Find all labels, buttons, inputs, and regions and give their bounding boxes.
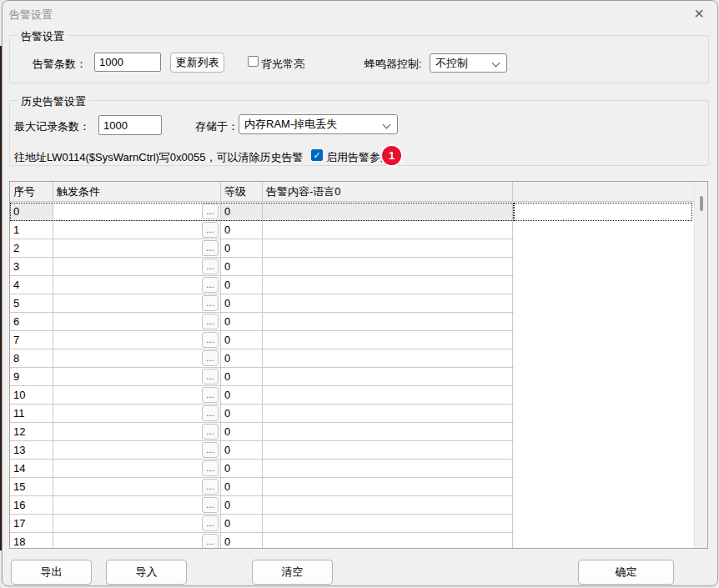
- cell-seq[interactable]: 12: [10, 423, 53, 440]
- cell-trigger[interactable]: …: [53, 405, 221, 422]
- cell-seq[interactable]: 9: [10, 368, 53, 385]
- cell-seq[interactable]: 6: [10, 313, 53, 330]
- cell-trigger[interactable]: …: [53, 423, 221, 440]
- trigger-edit-button[interactable]: …: [202, 460, 219, 476]
- cell-trigger[interactable]: …: [53, 478, 221, 495]
- cell-seq[interactable]: 16: [10, 496, 53, 514]
- cell-content[interactable]: [263, 478, 513, 495]
- cell-trigger[interactable]: …: [53, 515, 221, 532]
- close-icon[interactable]: ×: [687, 3, 711, 24]
- cell-trigger[interactable]: …: [53, 441, 221, 459]
- cell-seq[interactable]: 3: [10, 258, 53, 275]
- trigger-edit-button[interactable]: …: [202, 204, 219, 219]
- cell-trigger[interactable]: …: [53, 386, 221, 404]
- update-list-button[interactable]: 更新列表: [170, 53, 224, 73]
- alarm-count-input[interactable]: [94, 53, 161, 72]
- cell-content[interactable]: [263, 203, 513, 220]
- cell-seq[interactable]: 14: [10, 460, 53, 477]
- cell-content[interactable]: [263, 533, 513, 548]
- cell-seq[interactable]: 10: [10, 386, 53, 404]
- cell-seq[interactable]: 18: [10, 533, 53, 548]
- table-row[interactable]: 4…0: [10, 276, 514, 294]
- enable-alarm-params-checkbox[interactable]: ✓: [311, 149, 323, 161]
- cell-level[interactable]: 0: [221, 221, 263, 239]
- cell-level[interactable]: 0: [221, 203, 263, 220]
- cell-trigger[interactable]: …: [53, 368, 221, 385]
- cell-content[interactable]: [263, 221, 513, 239]
- cell-trigger[interactable]: …: [53, 239, 221, 257]
- trigger-edit-button[interactable]: …: [202, 387, 219, 403]
- max-records-input[interactable]: [98, 115, 162, 135]
- cell-trigger[interactable]: …: [53, 313, 221, 330]
- trigger-edit-button[interactable]: …: [202, 405, 219, 421]
- cell-seq[interactable]: 4: [10, 276, 53, 294]
- table-row[interactable]: 12…0: [10, 423, 514, 441]
- cell-level[interactable]: 0: [221, 478, 263, 495]
- cell-content[interactable]: [263, 496, 513, 514]
- cell-seq[interactable]: 7: [10, 331, 53, 349]
- buzzer-select[interactable]: 不控制: [430, 53, 507, 73]
- vertical-scrollbar[interactable]: [694, 182, 707, 548]
- cell-level[interactable]: 0: [221, 276, 263, 294]
- table-row[interactable]: 0…0: [10, 203, 514, 221]
- cell-seq[interactable]: 11: [10, 405, 53, 422]
- scrollbar-thumb[interactable]: [700, 196, 703, 211]
- table-row[interactable]: 18…0: [10, 533, 514, 548]
- cell-trigger[interactable]: …: [53, 496, 221, 514]
- cell-content[interactable]: [263, 313, 513, 330]
- trigger-edit-button[interactable]: …: [202, 497, 219, 513]
- column-header-1[interactable]: 序号: [10, 182, 53, 201]
- cell-level[interactable]: 0: [221, 423, 263, 440]
- cell-trigger[interactable]: …: [53, 533, 221, 548]
- cell-level[interactable]: 0: [221, 515, 263, 532]
- cell-level[interactable]: 0: [221, 331, 263, 349]
- table-row[interactable]: 14…0: [10, 460, 514, 478]
- table-row[interactable]: 1…0: [10, 221, 514, 239]
- cell-content[interactable]: [263, 405, 513, 422]
- cell-trigger[interactable]: …: [53, 349, 221, 367]
- cell-content[interactable]: [263, 294, 513, 312]
- trigger-edit-button[interactable]: …: [202, 295, 219, 311]
- backlight-label[interactable]: 背光常亮: [261, 57, 304, 72]
- trigger-edit-button[interactable]: …: [202, 277, 219, 293]
- cell-content[interactable]: [263, 423, 513, 440]
- table-row[interactable]: 7…0: [10, 331, 514, 349]
- cell-content[interactable]: [263, 386, 513, 404]
- trigger-edit-button[interactable]: …: [202, 369, 219, 384]
- table-row[interactable]: 2…0: [10, 239, 514, 258]
- trigger-edit-button[interactable]: …: [202, 424, 219, 440]
- cell-seq[interactable]: 8: [10, 349, 53, 367]
- trigger-edit-button[interactable]: …: [202, 240, 219, 256]
- cell-content[interactable]: [263, 460, 513, 477]
- clear-button[interactable]: 清空: [252, 560, 333, 585]
- cell-trigger[interactable]: …: [53, 294, 221, 312]
- cell-trigger[interactable]: …: [53, 221, 221, 239]
- trigger-edit-button[interactable]: …: [202, 222, 219, 238]
- cell-content[interactable]: [263, 515, 513, 532]
- trigger-edit-button[interactable]: …: [202, 442, 219, 458]
- table-row[interactable]: 9…0: [10, 368, 514, 386]
- trigger-edit-button[interactable]: …: [202, 350, 219, 366]
- cell-seq[interactable]: 1: [10, 221, 53, 239]
- trigger-edit-button[interactable]: …: [202, 332, 219, 348]
- trigger-edit-button[interactable]: …: [202, 479, 219, 495]
- cell-level[interactable]: 0: [221, 460, 263, 477]
- column-header-3[interactable]: 等级: [221, 182, 263, 201]
- import-button[interactable]: 导入: [106, 560, 187, 585]
- cell-seq[interactable]: 0: [10, 203, 53, 220]
- cell-level[interactable]: 0: [221, 386, 263, 404]
- cell-trigger[interactable]: …: [53, 203, 221, 220]
- table-row[interactable]: 6…0: [10, 313, 514, 331]
- table-row[interactable]: 5…0: [10, 294, 514, 313]
- cell-seq[interactable]: 17: [10, 515, 53, 532]
- cell-trigger[interactable]: …: [53, 258, 221, 275]
- cell-level[interactable]: 0: [221, 441, 263, 459]
- table-row[interactable]: 16…0: [10, 496, 514, 515]
- storage-select[interactable]: 内存RAM-掉电丢失: [239, 114, 398, 134]
- column-header-4[interactable]: 告警内容-语言0: [263, 182, 513, 201]
- cell-level[interactable]: 0: [221, 294, 263, 312]
- cell-content[interactable]: [263, 349, 513, 367]
- cell-level[interactable]: 0: [221, 533, 263, 548]
- cell-content[interactable]: [263, 239, 513, 257]
- cell-level[interactable]: 0: [221, 349, 263, 367]
